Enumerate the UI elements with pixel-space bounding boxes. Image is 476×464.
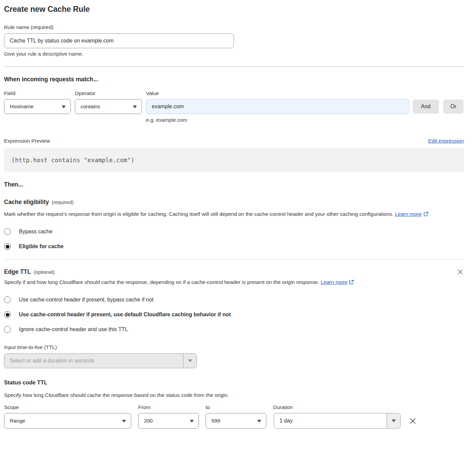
radio-icon [4, 326, 11, 333]
radio-option-ignore-header[interactable]: Ignore cache-control header and use this… [4, 326, 464, 333]
radio-label: Bypass cache [19, 229, 53, 235]
external-link-icon [349, 278, 354, 288]
chevron-down-icon [122, 420, 126, 423]
duration-select[interactable]: 1 day [274, 413, 400, 429]
then-heading: Then... [4, 181, 464, 188]
from-select[interactable]: 200 [138, 413, 199, 429]
dropdown-button[interactable] [183, 354, 197, 368]
edge-ttl-description: Specify if and how long Cloudflare shoul… [4, 278, 375, 288]
expression-preview-label: Expression Preview [4, 138, 50, 144]
chevron-down-icon [188, 359, 192, 362]
status-code-ttl-description: Specify how long Cloudflare should cache… [4, 390, 464, 400]
cache-eligibility-title: Cache eligibility [4, 199, 49, 205]
field-label: Field [4, 90, 75, 96]
page-title: Create new Cache Rule [4, 5, 464, 14]
or-button[interactable]: Or [443, 99, 464, 114]
chevron-down-icon [62, 106, 66, 108]
delete-status-ttl-button[interactable] [409, 417, 417, 425]
radio-label: Use cache-control header if present, byp… [19, 297, 153, 303]
external-link-icon [423, 210, 428, 220]
chevron-down-icon [257, 420, 261, 423]
to-select[interactable]: 599 [206, 413, 266, 429]
radio-icon [4, 228, 11, 235]
radio-option-eligible-for-cache[interactable]: Eligible for cache [4, 243, 464, 250]
to-select-value: 599 [211, 418, 220, 424]
ttl-duration-placeholder: Select or add a duration in seconds [4, 358, 100, 364]
rule-name-label: Rule name (required) [4, 24, 464, 30]
learn-more-link[interactable]: Learn more [321, 279, 347, 285]
duration-select-value: 1 day [274, 418, 298, 424]
radio-option-use-header-bypass[interactable]: Use cache-control header if present, byp… [4, 296, 464, 303]
cache-eligibility-qualifier: (required) [52, 199, 73, 205]
edge-ttl-close-button[interactable] [457, 268, 464, 276]
edge-ttl-qualifier: (optional) [34, 269, 55, 275]
radio-label: Use cache-control header if present, use… [19, 312, 231, 318]
radio-label: Eligible for cache [19, 243, 63, 250]
radio-label: Ignore cache-control header and use this… [19, 326, 128, 332]
edge-ttl-heading: Edge TTL(optional) [4, 268, 55, 276]
radio-option-use-header-default[interactable]: Use cache-control header if present, use… [4, 311, 464, 318]
radio-option-bypass-cache[interactable]: Bypass cache [4, 228, 464, 235]
cache-eligibility-description-text: Mark whether the request’s response from… [4, 211, 393, 217]
operator-select[interactable]: contains [75, 99, 142, 114]
section-divider [4, 259, 464, 260]
ttl-input-label: Input time-to-live (TTL) [4, 344, 464, 350]
expression-preview-block: (http.host contains "example.com") [4, 148, 464, 172]
scope-select-value: Range [10, 418, 25, 424]
match-heading: When incoming requests match... [4, 76, 464, 83]
to-label: to [206, 404, 273, 410]
close-icon [457, 271, 463, 276]
value-label: Value [146, 90, 464, 96]
edge-ttl-description-text: Specify if and how long Cloudflare shoul… [4, 279, 319, 285]
cache-eligibility-heading: Cache eligibility(required) [4, 199, 464, 206]
value-input[interactable] [146, 99, 409, 114]
status-code-ttl-heading: Status code TTL [4, 379, 464, 386]
ttl-duration-select[interactable]: Select or add a duration in seconds [4, 353, 197, 368]
field-select-value: Hostname [10, 104, 34, 110]
radio-selected-icon [4, 311, 11, 318]
section-divider [4, 66, 464, 67]
operator-select-value: contains [81, 104, 100, 110]
chevron-down-icon [133, 106, 137, 108]
field-select[interactable]: Hostname [4, 99, 71, 114]
chevron-down-icon [190, 420, 194, 423]
create-cache-rule-form: Create new Cache Rule Rule name (require… [0, 0, 476, 437]
from-label: From [138, 404, 206, 410]
scope-label: Scope [4, 404, 138, 410]
rule-name-input[interactable] [4, 33, 234, 48]
value-hint: e.g. example.com [146, 117, 464, 123]
edit-expression-link[interactable]: Edit expression [428, 138, 464, 144]
dropdown-button[interactable] [387, 413, 400, 428]
radio-icon [4, 296, 11, 303]
radio-selected-icon [4, 243, 11, 250]
close-icon [409, 420, 416, 426]
duration-label: Duration [273, 404, 293, 410]
rule-name-hint: Give your rule a descriptive name. [4, 51, 464, 57]
operator-label: Operator [75, 90, 146, 96]
expression-code: (http.host contains "example.com") [11, 157, 135, 164]
learn-more-link[interactable]: Learn more [395, 211, 421, 217]
from-select-value: 200 [144, 418, 153, 424]
edge-ttl-title: Edge TTL [4, 268, 31, 275]
scope-select[interactable]: Range [4, 413, 131, 429]
and-button[interactable]: And [413, 99, 439, 114]
cache-eligibility-description: Mark whether the request’s response from… [4, 209, 464, 220]
chevron-down-icon [392, 419, 396, 422]
